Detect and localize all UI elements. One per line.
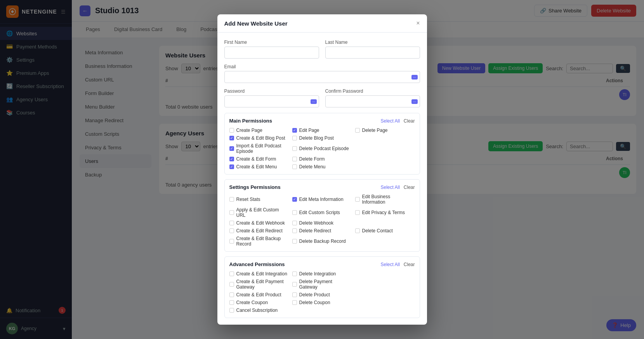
main-perms-actions: Select All Clear — [380, 118, 415, 124]
last-name-group: Last Name — [325, 40, 420, 59]
checkbox-edit-meta[interactable]: ✓ — [292, 197, 297, 202]
perm-create-edit-integration-label: Create & Edit Integration — [236, 271, 287, 277]
settings-perms-header: Settings Permissions Select All Clear — [229, 184, 415, 190]
settings-perms-select-all[interactable]: Select All — [380, 185, 399, 190]
perm-create-edit-payment-gateway-label: Create & Edit Payment Gateway — [236, 279, 289, 290]
advanced-perms-title: Advanced Permissions — [229, 261, 285, 267]
confirm-password-badge-icon: ··· — [411, 99, 418, 104]
advanced-perms-header: Advanced Permissions Select All Clear — [229, 261, 415, 267]
perm-create-page: Create Page — [229, 128, 289, 133]
advanced-permissions-section: Advanced Permissions Select All Clear Cr… — [224, 256, 420, 318]
perm-delete-redirect-label: Delete Redirect — [299, 228, 332, 233]
perm-reset-stats-label: Reset Stats — [236, 197, 260, 202]
checkbox-delete-coupon[interactable] — [292, 300, 297, 305]
main-permissions-section: Main Permissions Select All Clear Create… — [224, 113, 420, 175]
last-name-label: Last Name — [325, 40, 420, 45]
add-user-modal: Add New Website User × First Name Last N… — [217, 14, 427, 325]
perm-edit-custom-scripts: Edit Custom Scripts — [292, 207, 352, 218]
checkbox-delete-integration[interactable] — [292, 272, 297, 276]
advanced-perms-select-all[interactable]: Select All — [380, 262, 399, 267]
perm-edit-meta: ✓ Edit Meta Information — [292, 194, 352, 205]
email-group: Email ··· — [224, 64, 420, 83]
checkbox-edit-custom-scripts[interactable] — [292, 210, 297, 215]
perm-delete-blog-label: Delete Blog Post — [299, 135, 334, 141]
confirm-password-input[interactable] — [325, 95, 420, 107]
settings-perms-actions: Select All Clear — [380, 185, 415, 190]
checkbox-delete-podcast[interactable] — [292, 146, 297, 151]
checkbox-create-edit-integration[interactable] — [229, 272, 234, 276]
checkbox-delete-backup[interactable] — [292, 239, 297, 244]
perm-create-edit-product-label: Create & Edit Product — [236, 292, 281, 297]
perm-create-edit-webhook-label: Create & Edit Webhook — [236, 220, 285, 226]
modal-body: First Name Last Name Email ··· — [217, 33, 427, 325]
perm-delete-podcast: Delete Podcast Episode — [292, 143, 352, 154]
advanced-perms-clear[interactable]: Clear — [404, 262, 415, 267]
checkbox-create-edit-blog[interactable]: ✓ — [229, 136, 234, 140]
checkbox-create-edit-menu[interactable]: ✓ — [229, 164, 234, 169]
name-row: First Name Last Name — [224, 40, 420, 59]
advanced-perms-grid: Create & Edit Integration Delete Integra… — [229, 271, 415, 313]
perm-create-edit-menu-label: Create & Edit Menu — [236, 164, 277, 170]
perm-delete-page: Delete Page — [355, 128, 415, 133]
email-input[interactable] — [224, 71, 420, 83]
checkbox-delete-menu[interactable] — [292, 164, 297, 169]
email-input-wrapper: ··· — [224, 71, 420, 83]
settings-perms-clear[interactable]: Clear — [404, 185, 415, 190]
password-group: Password ··· — [224, 88, 319, 107]
perm-delete-contact-label: Delete Contact — [362, 228, 393, 233]
checkbox-create-coupon[interactable] — [229, 300, 234, 305]
checkbox-delete-contact[interactable] — [355, 228, 360, 233]
perm-delete-product: Delete Product — [292, 292, 352, 297]
checkbox-delete-redirect[interactable] — [292, 228, 297, 233]
main-perms-clear[interactable]: Clear — [404, 118, 415, 124]
password-input[interactable] — [224, 95, 319, 107]
perm-create-edit-integration: Create & Edit Integration — [229, 271, 289, 277]
checkbox-create-edit-backup[interactable] — [229, 239, 234, 244]
perm-delete-product-label: Delete Product — [299, 292, 330, 297]
checkbox-edit-privacy-terms[interactable] — [355, 210, 360, 215]
perm-reset-stats: Reset Stats — [229, 194, 289, 205]
checkbox-apply-edit-custom-url[interactable] — [229, 210, 234, 215]
first-name-input[interactable] — [224, 47, 319, 59]
checkbox-create-edit-webhook[interactable] — [229, 221, 234, 225]
checkbox-cancel-subscription[interactable] — [229, 308, 234, 313]
checkbox-delete-webhook[interactable] — [292, 221, 297, 225]
checkbox-delete-form[interactable] — [292, 157, 297, 161]
perm-create-edit-menu: ✓ Create & Edit Menu — [229, 164, 289, 170]
checkbox-import-edit-podcast[interactable]: ✓ — [229, 146, 234, 151]
perm-delete-integration-label: Delete Integration — [299, 271, 336, 277]
perm-edit-privacy-terms: Edit Privacy & Terms — [355, 207, 415, 218]
perm-delete-backup: Delete Backup Record — [292, 236, 352, 247]
checkbox-delete-payment-gateway[interactable] — [292, 282, 297, 287]
perm-delete-backup-label: Delete Backup Record — [299, 239, 346, 244]
confirm-password-group: Confirm Password ··· — [325, 88, 420, 107]
perm-delete-payment-gateway: Delete Payment Gateway — [292, 279, 352, 290]
perm-delete-coupon: Delete Coupon — [292, 300, 352, 305]
checkbox-create-edit-payment-gateway[interactable] — [229, 282, 234, 287]
checkbox-create-edit-redirect[interactable] — [229, 228, 234, 233]
perm-delete-redirect: Delete Redirect — [292, 228, 352, 233]
perm-edit-page: ✓ Edit Page — [292, 128, 352, 133]
perm-create-edit-blog: ✓ Create & Edit Blog Post — [229, 135, 289, 141]
password-badge-icon: ··· — [311, 99, 317, 104]
first-name-label: First Name — [224, 40, 319, 45]
email-badge-icon: ··· — [411, 75, 418, 80]
perm-create-edit-product: Create & Edit Product — [229, 292, 289, 297]
checkbox-delete-product[interactable] — [292, 292, 297, 297]
perm-delete-coupon-label: Delete Coupon — [299, 300, 330, 305]
checkbox-edit-business-info[interactable] — [355, 197, 360, 202]
checkbox-create-edit-form[interactable]: ✓ — [229, 157, 234, 161]
checkbox-delete-page[interactable] — [355, 128, 360, 133]
checkbox-create-edit-product[interactable] — [229, 292, 234, 297]
email-row: Email ··· — [224, 64, 420, 83]
perm-delete-form-label: Delete Form — [299, 156, 325, 162]
checkbox-create-page[interactable] — [229, 128, 234, 133]
main-perms-select-all[interactable]: Select All — [380, 118, 399, 124]
settings-permissions-section: Settings Permissions Select All Clear Re… — [224, 179, 420, 252]
checkbox-edit-page[interactable]: ✓ — [292, 128, 297, 133]
perm-create-edit-payment-gateway: Create & Edit Payment Gateway — [229, 279, 289, 290]
last-name-input[interactable] — [325, 47, 420, 59]
checkbox-reset-stats[interactable] — [229, 197, 234, 202]
modal-close-button[interactable]: × — [416, 20, 420, 27]
checkbox-delete-blog[interactable] — [292, 136, 297, 140]
